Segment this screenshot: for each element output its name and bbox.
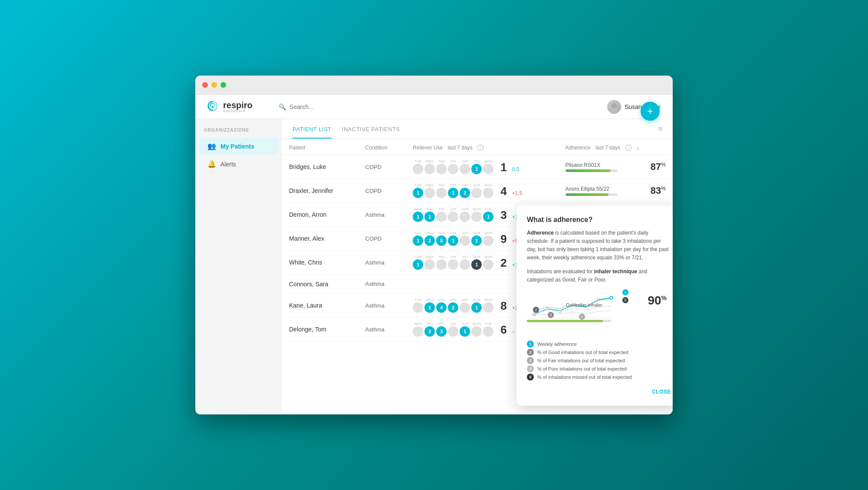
chart-pct: 90% <box>648 294 667 308</box>
adherence-info-icon[interactable]: i <box>625 145 631 151</box>
svg-point-8 <box>572 311 574 314</box>
app-window: respiro dashboard 🔍 Susan Lee ▼ + ORGANI… <box>195 76 673 414</box>
alerts-icon: 🔔 <box>207 160 216 168</box>
legend-dot-3: 3 <box>527 357 534 364</box>
svg-rect-11 <box>527 320 603 322</box>
logo-icon <box>206 100 220 114</box>
sidebar-item-label: My Patients <box>220 143 254 150</box>
svg-point-2 <box>610 108 618 114</box>
patient-condition: COPD <box>358 179 406 203</box>
sidebar-item-my-patients[interactable]: 👥 My Patients <box>199 138 279 155</box>
sidebar-section-label: ORGANIZZAZIONE <box>195 128 282 137</box>
patient-name: White, Chris <box>282 251 358 275</box>
reliever-info-icon[interactable]: i <box>477 145 483 151</box>
popup-legend: 1 Weekly adherence 2 % of Good inhalatio… <box>527 341 671 381</box>
legend-item-2: 2 % of Good inhalations out of total exp… <box>527 349 671 356</box>
svg-point-1 <box>612 103 617 108</box>
popup-body2: Inhalations are evaluated for inhaler te… <box>527 268 671 284</box>
chart-controller-label: Controller inhaler <box>566 302 602 308</box>
fab-icon: + <box>647 105 653 117</box>
titlebar <box>195 76 673 95</box>
search-input[interactable] <box>289 103 376 110</box>
maximize-button[interactable] <box>220 82 226 88</box>
patient-condition: Asthma <box>358 294 406 318</box>
table-row[interactable]: Draxler, JenniferCOPD TUE 1 WED THU FRI … <box>282 179 673 203</box>
patient-condition: COPD <box>358 227 406 251</box>
legend-item-3: 3 % of Fair inhalations out of total exp… <box>527 357 671 364</box>
minimize-button[interactable] <box>211 82 217 88</box>
legend-dot-2: 2 <box>527 349 534 356</box>
reliever-use: TUE 1 WED THU FRI 1 SAT 2 SUN MON 4+1.5 <box>406 179 558 203</box>
tab-patient-list[interactable]: PATIENT LIST <box>293 119 332 139</box>
col-adherence: Adherence last 7 days i ↓ <box>559 139 673 155</box>
chart-node-3: 3 <box>548 312 554 318</box>
popup-close-button[interactable]: CLOSE <box>652 389 671 395</box>
svg-point-0 <box>212 106 214 108</box>
popup-close-section: CLOSE <box>527 387 671 395</box>
filter-icon[interactable]: ≡ <box>658 125 662 133</box>
logo: respiro dashboard <box>206 100 253 114</box>
fab-button[interactable]: + <box>641 102 660 121</box>
sidebar-item-label: Alerts <box>220 161 236 168</box>
legend-item-5: 5 % of inhalations missed out of total e… <box>527 374 671 381</box>
reliever-use: TUE WED THU FRI SAT SUN 1 MON 10.5 <box>406 155 558 179</box>
adherence-sort-icon[interactable]: ↓ <box>636 144 639 151</box>
patients-icon: 👥 <box>207 142 216 150</box>
patient-name: Mariner, Alex <box>282 227 358 251</box>
popup-title: What is adherence? <box>527 216 671 224</box>
col-patient: Patient <box>282 139 358 155</box>
chart-node-1: 1 <box>622 289 628 295</box>
legend-dot-5: 5 <box>527 374 534 381</box>
col-condition: Condition <box>358 139 406 155</box>
chart-node-2: 2 <box>533 307 539 313</box>
patient-name: Bridges, Luke <box>282 155 358 179</box>
header: respiro dashboard 🔍 Susan Lee ▼ <box>195 95 673 119</box>
patient-name: Connors, Sara <box>282 275 358 294</box>
patient-condition: COPD <box>358 155 406 179</box>
svg-point-6 <box>546 308 548 310</box>
chart-node-4: 4 <box>579 314 585 320</box>
adherence-popup: What is adherence? Adherence is calculat… <box>516 205 673 406</box>
table-row[interactable]: Bridges, LukeCOPD TUE WED THU FRI SAT SU… <box>282 155 673 179</box>
close-button[interactable] <box>202 82 208 88</box>
svg-point-5 <box>533 313 536 316</box>
svg-point-4 <box>610 296 613 299</box>
legend-item-1: 1 Weekly adherence <box>527 341 671 348</box>
patient-name: Draxler, Jennifer <box>282 179 358 203</box>
patient-condition: Asthma <box>358 251 406 275</box>
legend-dot-4: 4 <box>527 365 534 372</box>
col-reliever: Reliever Use last 7 days i <box>406 139 558 155</box>
legend-item-4: 4 % of Poor inhalations out of total exp… <box>527 365 671 372</box>
search-icon: 🔍 <box>279 103 286 110</box>
search-bar[interactable]: 🔍 <box>279 103 452 110</box>
patient-name: Demon, Arron <box>282 203 358 227</box>
avatar <box>607 100 621 114</box>
sidebar-item-alerts[interactable]: 🔔 Alerts <box>199 156 279 172</box>
popup-body1: Adherence is calculated based on the pat… <box>527 229 671 262</box>
patient-name: Kane, Laura <box>282 294 358 318</box>
tab-inactive-patients[interactable]: INACTIVE PATIENTS <box>342 119 400 139</box>
popup-chart: Controller inhaler 90% 2 3 4 1 5 <box>527 289 671 337</box>
patient-name: Delonge, Tom <box>282 318 358 341</box>
patient-condition: Asthma <box>358 275 406 294</box>
svg-point-9 <box>597 298 599 301</box>
patient-condition: Asthma <box>358 318 406 341</box>
tabs: PATIENT LIST INACTIVE PATIENTS ≡ <box>282 119 673 139</box>
patient-condition: Asthma <box>358 203 406 227</box>
adherence-cell: Anoro Ellipta 55/22 83% <box>559 179 673 203</box>
svg-point-7 <box>559 310 561 312</box>
legend-dot-1: 1 <box>527 341 534 348</box>
adherence-cell: Plisano RS01X 87% <box>559 155 673 179</box>
chart-node-5: 5 <box>622 297 628 303</box>
sidebar: ORGANIZZAZIONE 👥 My Patients 🔔 Alerts <box>195 119 282 414</box>
